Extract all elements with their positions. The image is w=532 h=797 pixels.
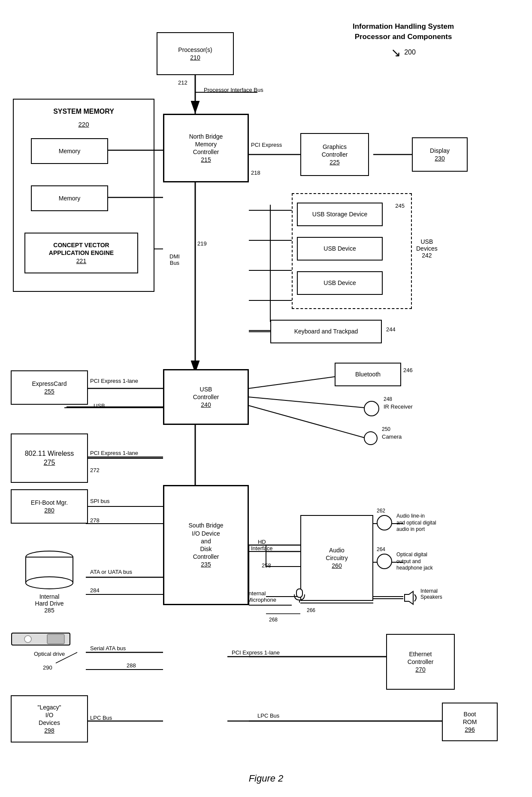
wireless-label: 802.11 Wireless [25,449,74,458]
system-memory-box: SYSTEM MEMORY 220 Memory Memory CONCEPT … [13,99,154,292]
svg-line-12 [249,406,365,438]
legacy-io-box: "Legacy"I/ODevices 298 [11,695,88,742]
memory2-label: Memory [59,194,81,202]
ir-num: 248 [384,396,392,402]
usb-bus-label: USB [94,403,105,409]
audio-circuitry-box: AudioCircuitry 260 [300,515,373,601]
memory1-box: Memory [31,138,108,164]
efi-boot-box: EFI-Boot Mgr. 280 [11,489,88,524]
title-line1: Information Handling System [326,21,481,32]
num-288: 288 [127,662,136,669]
svg-point-41 [24,636,31,642]
num-266: 266 [307,607,315,613]
ir-receiver-icon [364,401,379,416]
num-218: 218 [251,170,260,176]
lpc-bus1-label: LPC Bus [90,715,112,721]
audio-label: AudioCircuitry [326,546,348,562]
system-memory-label: SYSTEM MEMORY [53,108,114,115]
graphics-label: GraphicsController [322,143,348,158]
camera-icon [364,431,378,445]
camera-label: Camera [382,433,402,440]
wireless-num: 275 [44,458,55,467]
expresscard-box: ExpressCard 255 [11,370,88,405]
north-bridge-box: North BridgeMemoryController 215 [163,114,249,182]
boot-rom-box: BootROM 296 [442,703,498,741]
south-bridge-box: South BridgeI/O DeviceandDiskController … [163,485,249,605]
usb-devices-group: USB Storage Device 245 USB Device USB De… [292,193,412,309]
svg-rect-42 [296,589,302,597]
num-212: 212 [178,79,187,86]
svg-marker-44 [405,591,413,604]
diagram-title: Information Handling System Processor an… [326,21,481,61]
bluetooth-box: Bluetooth [335,363,401,386]
svg-line-10 [249,376,343,388]
usb-controller-label: USBController [193,385,219,401]
spi-bus-label: SPI bus [90,498,110,504]
lpc-bus2-label: LPC Bus [257,712,279,719]
concept-vector-num: 221 [76,257,86,265]
display-label: Display [430,147,450,155]
keyboard-num: 244 [386,326,396,333]
south-bridge-label: South BridgeI/O DeviceandDiskController [189,521,224,561]
processor-num: 210 [190,54,200,61]
memory2-box: Memory [31,185,108,211]
display-num: 230 [435,155,444,162]
diagram-container: Information Handling System Processor an… [0,0,532,797]
svg-point-38 [26,577,73,589]
svg-line-11 [249,397,365,408]
usb-device1-box: USB Device [297,237,383,261]
mic-icon [293,588,306,603]
usb-device1-label: USB Device [323,245,356,252]
processor-box: Processor(s) 210 [157,32,234,75]
keyboard-box: Keyboard and Trackpad [270,320,382,343]
south-bridge-num: 235 [201,561,211,568]
internal-hdd-container: InternalHard Drive 285 [11,549,88,618]
legacy-num: 298 [44,727,54,734]
optical-out-icon [377,554,392,569]
legacy-label: "Legacy"I/ODevices [37,703,61,727]
keyboard-label: Keyboard and Trackpad [294,327,358,335]
usb-storage-label: USB Storage Device [312,210,367,218]
dmi-bus-label: DMIBus [169,253,180,266]
optical-out-label: Optical digitaloutput andheadphone jack [396,552,433,572]
audio-num-262: 262 [377,508,385,514]
ethernet-num: 270 [415,666,425,673]
concept-vector-label: CONCEPT VECTORAPPLICATION ENGINE [49,241,114,257]
usb-device2-label: USB Device [323,279,356,287]
camera-num: 250 [382,426,390,432]
bluetooth-label: Bluetooth [355,370,381,378]
concept-vector-box: CONCEPT VECTORAPPLICATION ENGINE 221 [24,233,138,273]
num-284: 284 [90,587,100,594]
display-box: Display 230 [412,137,468,172]
optical-label: Optical drive [34,651,65,657]
title-ref: 200 [404,48,416,57]
ata-bus-label: ATA or UATA bus [90,569,132,575]
efi-boot-num: 280 [44,506,54,514]
processor-label: Processor(s) [178,46,212,54]
hd-interface-label: HDInterface [251,539,273,552]
speakers-icon [402,589,420,606]
ethernet-label: EthernetController [408,650,434,666]
figure-label: Figure 2 [202,773,330,784]
pci-1lane-3: PCI Express 1-lane [232,649,280,656]
num-272: 272 [90,467,100,473]
usb-controller-num: 240 [201,401,211,409]
title-line2: Processor and Components [326,32,481,42]
audio-num-264: 264 [377,546,385,552]
system-memory-num: 220 [78,121,89,128]
hdd-icon [24,549,75,592]
processor-interface-bus: Processor Interface Bus [204,87,263,93]
usb-devices-label: USBDevices 242 [416,238,438,259]
pci-1lane-1: PCI Express 1-lane [90,378,138,384]
usb-controller-box: USBController 240 [163,369,249,425]
north-bridge-label: North BridgeMemoryController [189,133,223,156]
serial-ata-label: Serial ATA bus [90,645,126,652]
pci-1lane-2: PCI Express 1-lane [90,450,138,456]
internal-mic-label: InternalMicrophone [247,590,276,603]
num-219: 219 [197,240,207,247]
bluetooth-num: 246 [403,367,413,373]
graphics-controller-box: GraphicsController 225 [300,133,369,176]
svg-rect-40 [47,634,64,644]
audio-line-in-icon [377,515,392,530]
num-278: 278 [90,517,100,524]
